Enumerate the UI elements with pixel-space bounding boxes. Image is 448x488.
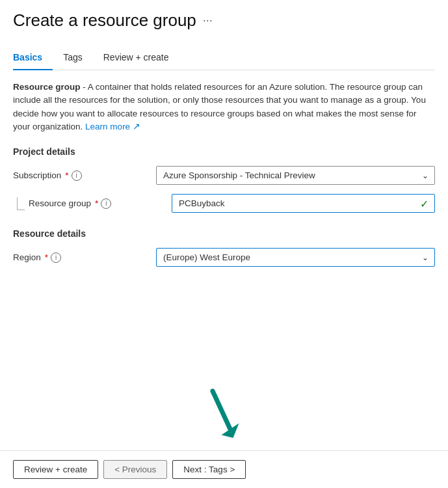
tabs-row: Basics Tags Review + create bbox=[13, 46, 435, 70]
previous-button[interactable]: < Previous bbox=[103, 460, 167, 479]
region-info-icon[interactable]: i bbox=[51, 252, 61, 263]
resource-group-label: Resource group * i bbox=[29, 198, 172, 209]
arrow-area bbox=[0, 372, 448, 450]
project-details-title: Project details bbox=[13, 146, 435, 157]
project-details-section: Project details Subscription * i Azure S… bbox=[13, 146, 435, 213]
tab-review-create[interactable]: Review + create bbox=[103, 47, 179, 70]
resource-group-row: Resource group * i ✓ bbox=[13, 194, 435, 213]
subscription-row: Subscription * i Azure Sponsorship - Tec… bbox=[13, 166, 435, 185]
external-link-icon: ↗ bbox=[133, 122, 140, 131]
region-row: Region * i (Europe) West Europe ⌄ bbox=[13, 248, 435, 267]
resource-group-info-icon[interactable]: i bbox=[101, 198, 111, 209]
subscription-select[interactable]: Azure Sponsorship - Technical Preview bbox=[156, 166, 435, 185]
next-button[interactable]: Next : Tags > bbox=[172, 460, 246, 479]
bottom-section: Review + create < Previous Next : Tags > bbox=[0, 372, 448, 488]
region-label: Region * i bbox=[13, 252, 156, 263]
review-create-button[interactable]: Review + create bbox=[13, 460, 98, 479]
arrow-icon bbox=[198, 385, 250, 444]
learn-more-link[interactable]: Learn more ↗ bbox=[85, 122, 140, 131]
subscription-control: Azure Sponsorship - Technical Preview ⌄ bbox=[156, 166, 435, 185]
resource-group-control: ✓ bbox=[172, 194, 435, 213]
subscription-info-icon[interactable]: i bbox=[72, 170, 82, 181]
resource-group-input[interactable] bbox=[172, 194, 435, 213]
region-control: (Europe) West Europe ⌄ bbox=[156, 248, 435, 267]
tab-tags[interactable]: Tags bbox=[63, 47, 93, 70]
ellipsis-menu-icon[interactable]: ··· bbox=[203, 14, 213, 27]
page-title: Create a resource group bbox=[13, 10, 196, 31]
svg-line-0 bbox=[213, 391, 230, 429]
resource-group-required: * bbox=[95, 198, 98, 208]
footer-bar: Review + create < Previous Next : Tags > bbox=[0, 450, 448, 488]
resource-group-label-col: Resource group * i bbox=[13, 197, 172, 210]
subscription-required: * bbox=[65, 170, 68, 180]
subscription-select-wrapper: Azure Sponsorship - Technical Preview ⌄ bbox=[156, 166, 435, 185]
tab-basics[interactable]: Basics bbox=[13, 47, 53, 70]
resource-details-section: Resource details Region * i (Europe) Wes… bbox=[13, 228, 435, 267]
region-required: * bbox=[45, 252, 48, 262]
subscription-label: Subscription * i bbox=[13, 170, 156, 181]
indent-line bbox=[17, 197, 25, 210]
resource-group-input-wrapper: ✓ bbox=[172, 194, 435, 213]
region-select-wrapper: (Europe) West Europe ⌄ bbox=[156, 248, 435, 267]
region-select[interactable]: (Europe) West Europe bbox=[156, 248, 435, 267]
resource-details-title: Resource details bbox=[13, 228, 435, 239]
resource-group-check-icon: ✓ bbox=[420, 197, 428, 210]
description-box: Resource group - A container that holds … bbox=[13, 81, 435, 133]
description-bold: Resource group bbox=[13, 82, 81, 92]
